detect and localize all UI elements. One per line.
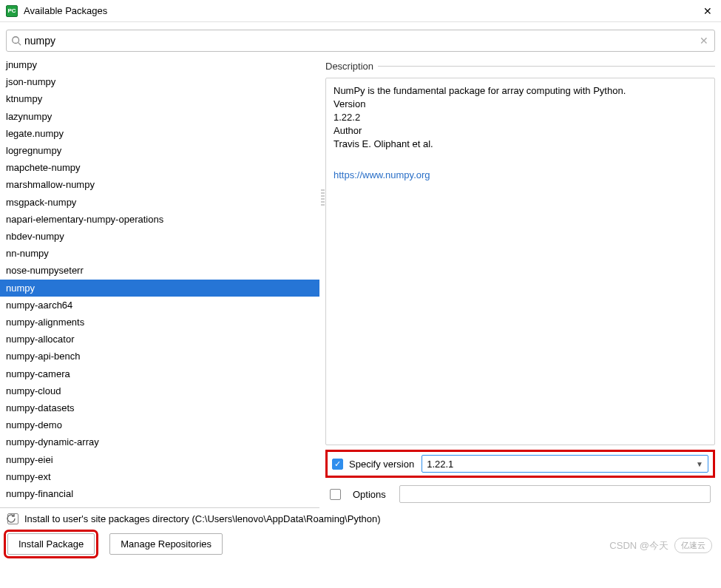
package-item[interactable]: numpy-eiei	[0, 451, 319, 468]
clear-search-icon[interactable]: ✕	[698, 35, 710, 47]
manage-repositories-button[interactable]: Manage Repositories	[109, 533, 223, 555]
package-item[interactable]: json-numpy	[0, 73, 319, 90]
package-item[interactable]: numpy-aarch64	[0, 297, 319, 314]
refresh-icon[interactable]	[4, 512, 18, 525]
install-package-button[interactable]: Install Package	[7, 533, 95, 555]
package-item[interactable]: lazynumpy	[0, 108, 319, 125]
version-value: 1.22.2	[334, 111, 707, 124]
options-row: Options	[325, 481, 715, 507]
package-item[interactable]: numpy-camera	[0, 365, 319, 382]
main-split: jnumpyjson-numpyktnumpylazynumpylegate.n…	[0, 56, 721, 507]
package-summary: NumPy is the fundamental package for arr…	[334, 84, 707, 98]
package-item[interactable]: numpy-alignments	[0, 314, 319, 331]
search-bar[interactable]: ✕	[6, 30, 715, 52]
divider-line	[378, 66, 715, 67]
package-item[interactable]: ktnumpy	[0, 90, 319, 107]
package-item[interactable]: jnumpy	[0, 56, 319, 73]
package-item[interactable]: numpy-dynamic-array	[0, 433, 319, 450]
package-link[interactable]: https://www.numpy.org	[334, 169, 707, 182]
package-item[interactable]: nn-numpy	[0, 245, 319, 262]
pycharm-icon: PC	[6, 5, 18, 17]
svg-line-1	[18, 43, 21, 46]
package-item[interactable]: numpy-api-bench	[0, 348, 319, 365]
package-item[interactable]: numpy-demo	[0, 416, 319, 433]
package-item[interactable]: legate.numpy	[0, 125, 319, 142]
search-icon	[11, 36, 21, 46]
chevron-down-icon: ▼	[696, 460, 703, 468]
svg-point-0	[13, 37, 19, 44]
close-icon[interactable]: ✕	[700, 5, 715, 17]
titlebar: PC Available Packages ✕	[0, 0, 721, 22]
package-item[interactable]: mapchete-numpy	[0, 159, 319, 176]
split-handle[interactable]	[319, 56, 325, 507]
options-input[interactable]	[399, 485, 711, 503]
watermark-logo: 亿速云	[674, 538, 712, 553]
package-item[interactable]: nose-numpyseterr	[0, 262, 319, 279]
package-item[interactable]: nbdev-numpy	[0, 228, 319, 245]
options-checkbox[interactable]	[330, 489, 341, 500]
package-item[interactable]: logregnumpy	[0, 142, 319, 159]
package-item[interactable]: marshmallow-numpy	[0, 176, 319, 193]
package-item[interactable]: numpy-ext	[0, 468, 319, 485]
version-label: Version	[334, 98, 707, 111]
watermark-text: CSDN @今天	[609, 539, 668, 552]
package-item[interactable]: numpy	[0, 280, 319, 297]
package-list-pane: jnumpyjson-numpyktnumpylazynumpylegate.n…	[0, 56, 319, 507]
package-item[interactable]: numpy-cloud	[0, 382, 319, 399]
search-input[interactable]	[24, 35, 698, 47]
version-select-value: 1.22.1	[427, 459, 453, 470]
author-label: Author	[334, 124, 707, 138]
specify-version-label: Specify version	[349, 459, 414, 470]
package-item[interactable]: numpy-allocator	[0, 331, 319, 348]
options-label: Options	[353, 489, 386, 500]
window-title: Available Packages	[24, 5, 700, 16]
description-header-label: Description	[325, 61, 373, 72]
list-footer	[0, 507, 319, 528]
description-header: Description	[325, 61, 715, 72]
package-item[interactable]: napari-elementary-numpy-operations	[0, 211, 319, 228]
specify-version-checkbox[interactable]	[332, 459, 343, 470]
version-select[interactable]: 1.22.1 ▼	[422, 455, 708, 473]
description-body: NumPy is the fundamental package for arr…	[325, 78, 715, 445]
package-list[interactable]: jnumpyjson-numpyktnumpylazynumpylegate.n…	[0, 56, 319, 507]
author-value: Travis E. Oliphant et al.	[334, 138, 707, 151]
description-pane: Description NumPy is the fundamental pac…	[325, 56, 721, 507]
package-item[interactable]: numpy-financial	[0, 485, 319, 502]
button-row: Install Package Manage Repositories CSDN…	[0, 527, 721, 564]
package-item[interactable]: msgpack-numpy	[0, 194, 319, 211]
watermark: CSDN @今天 亿速云	[609, 538, 712, 553]
package-item[interactable]: numpy-datasets	[0, 399, 319, 416]
specify-version-row: Specify version 1.22.1 ▼	[325, 450, 715, 478]
